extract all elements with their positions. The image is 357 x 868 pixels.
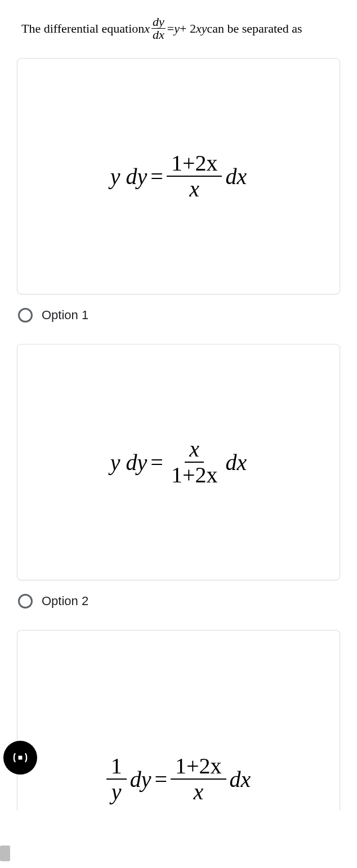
eq-sign: = xyxy=(150,163,163,190)
option-1-card: y dy = 1+2x x dx xyxy=(17,58,340,294)
eq-right: dx xyxy=(230,766,251,793)
eq-left: y dy xyxy=(110,449,148,476)
question-x: x xyxy=(144,21,150,36)
option-3-card: 1 y dy = 1+2x x dx xyxy=(17,630,340,810)
question-rhs-y: y xyxy=(174,21,180,36)
eq-fraction: 1+2x x xyxy=(167,151,222,202)
eq-sign: = xyxy=(150,449,163,476)
eq-left-fraction: 1 y xyxy=(106,754,127,804)
question-eq-sign: = xyxy=(167,21,174,36)
option-1-row[interactable]: Option 1 xyxy=(0,300,357,338)
fraction-denominator: dx xyxy=(151,29,166,41)
question-suffix: can be separated as xyxy=(207,21,302,36)
fraction-numerator: 1 xyxy=(106,754,127,780)
option-1-equation: y dy = 1+2x x dx xyxy=(110,151,247,202)
eq-right: dx xyxy=(225,449,247,476)
svg-rect-0 xyxy=(19,756,23,760)
eq-left-post: dy xyxy=(130,766,151,793)
option-2-card: y dy = x 1+2x dx xyxy=(17,344,340,580)
fraction-denominator: y xyxy=(107,780,126,804)
brackets-icon xyxy=(12,750,28,766)
eq-fraction: x 1+2x xyxy=(167,437,222,487)
question-rhs-plus: + 2 xyxy=(180,21,196,36)
eq-left: y dy xyxy=(110,163,148,190)
fraction-numerator: dy xyxy=(151,16,166,29)
question-fraction: dy dx xyxy=(151,16,166,41)
fraction-numerator: 1+2x xyxy=(171,754,226,780)
eq-sign: = xyxy=(154,766,167,793)
fraction-denominator: x xyxy=(185,177,204,202)
option-2-row[interactable]: Option 2 xyxy=(0,586,357,624)
radio-icon[interactable] xyxy=(18,308,33,323)
accessibility-fab[interactable] xyxy=(3,741,37,775)
option-3-equation: 1 y dy = 1+2x x dx xyxy=(106,754,251,804)
radio-icon[interactable] xyxy=(18,594,33,609)
question-rhs-xy: xy xyxy=(196,21,207,36)
fraction-numerator: x xyxy=(185,437,204,463)
fraction-numerator: 1+2x xyxy=(167,151,222,177)
eq-fraction: 1+2x x xyxy=(171,754,226,804)
option-1-label: Option 1 xyxy=(42,308,88,323)
option-2-equation: y dy = x 1+2x dx xyxy=(110,437,247,487)
option-2-label: Option 2 xyxy=(42,594,88,609)
eq-right: dx xyxy=(225,163,247,190)
fraction-denominator: x xyxy=(189,780,208,804)
fraction-denominator: 1+2x xyxy=(167,463,222,487)
question-prefix: The differential equation xyxy=(21,21,144,36)
question-text: The differential equation x dy dx = y + … xyxy=(0,0,357,52)
